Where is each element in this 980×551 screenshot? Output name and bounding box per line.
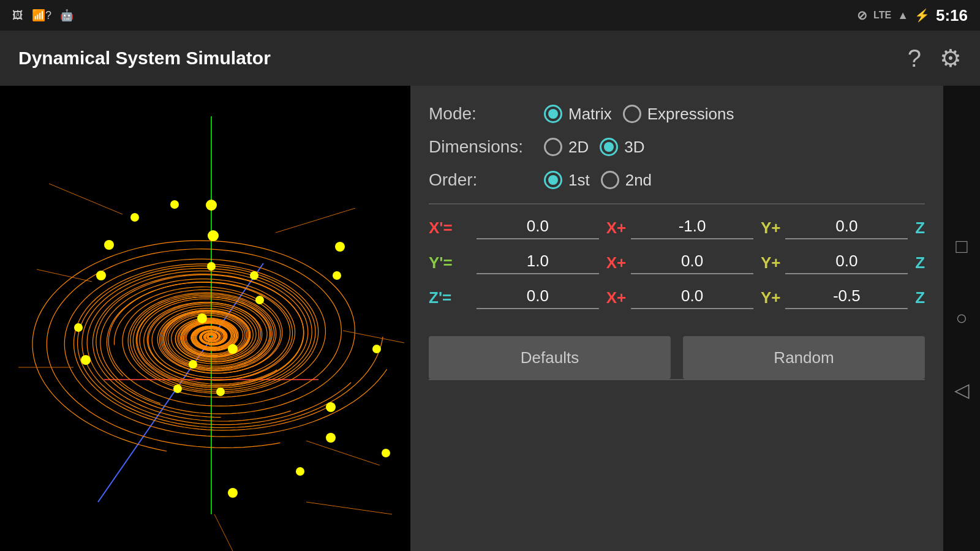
settings-icon[interactable]: ⚙ [940, 44, 962, 72]
bottom-bar [429, 379, 925, 397]
order-2nd-label: 2nd [625, 171, 652, 190]
dimension-3d-label: 3D [624, 138, 644, 157]
dimension-3d-radio[interactable] [600, 138, 618, 156]
android-icon: 🤖 [60, 9, 74, 22]
matrix-y-line-3 [785, 273, 908, 274]
android-square-button[interactable]: □ [956, 235, 967, 258]
dimension-3d-radio-inner [604, 142, 614, 152]
order-1st-label: 1st [568, 171, 590, 190]
matrix-y-val-3: 0.0 [785, 252, 908, 271]
android-back-button[interactable]: ◁ [954, 378, 970, 402]
matrix-x-val-3: 0.0 [785, 217, 908, 236]
matrix-x-axis-1: X+ [606, 219, 627, 238]
matrix-x-cell-1[interactable]: 0.0 [477, 217, 599, 239]
dimension-2d-label: 2D [568, 138, 589, 157]
order-label: Order: [429, 170, 533, 190]
order-1st-radio[interactable] [544, 171, 562, 189]
matrix-x-line-3 [785, 238, 908, 239]
mode-matrix-option[interactable]: Matrix [544, 105, 612, 124]
signal-icon: ▲ [897, 9, 908, 22]
status-bar: 🖼 📶? 🤖 ⊘ LTE ▲ ⚡ 5:16 [0, 0, 980, 31]
matrix-row-z: Z'= 0.0 X+ 0.0 Y+ -0.5 Z [429, 287, 925, 309]
dimensions-label: Dimensions: [429, 137, 533, 157]
matrix-y-label: Y'= [429, 253, 472, 272]
matrix-y-axis-2: Y+ [761, 253, 781, 272]
matrix-y-axis-3: Z [915, 253, 925, 272]
mode-matrix-label: Matrix [568, 105, 612, 124]
status-bar-right: ⊘ LTE ▲ ⚡ 5:16 [857, 6, 968, 25]
image-icon: 🖼 [12, 9, 23, 22]
mode-matrix-radio-inner [548, 109, 558, 119]
matrix-z-val-2: 0.0 [631, 287, 753, 305]
visualization-panel[interactable] [0, 86, 410, 551]
app-bar: Dynamical System Simulator ? ⚙ [0, 31, 980, 86]
matrix-y-line-2 [631, 273, 753, 274]
dimension-3d-option[interactable]: 3D [600, 138, 644, 157]
matrix-y-cell-1[interactable]: 1.0 [477, 252, 599, 274]
matrix-x-axis-3: Z [915, 219, 925, 238]
matrix-y-cell-2[interactable]: 0.0 [631, 252, 753, 274]
android-circle-button[interactable]: ○ [956, 307, 967, 329]
block-icon: ⊘ [857, 8, 867, 23]
help-icon[interactable]: ? [908, 45, 921, 72]
section-divider [429, 203, 925, 204]
control-panel: Mode: Matrix Expressions Dimensions: [410, 86, 943, 551]
matrix-z-val-1: 0.0 [477, 287, 599, 305]
matrix-x-val-1: 0.0 [477, 217, 599, 236]
mode-expressions-label: Expressions [647, 105, 734, 124]
dimension-2d-radio[interactable] [544, 138, 562, 156]
order-2nd-radio[interactable] [601, 171, 619, 189]
app-title: Dynamical System Simulator [18, 48, 271, 69]
order-2nd-option[interactable]: 2nd [601, 171, 652, 190]
order-radio-group: 1st 2nd [544, 171, 652, 190]
status-bar-left: 🖼 📶? 🤖 [12, 9, 74, 22]
matrix-y-val-1: 1.0 [477, 252, 599, 271]
android-nav: □ ○ ◁ [943, 86, 980, 551]
matrix-x-axis-2: Y+ [761, 219, 781, 238]
matrix-x-label: X'= [429, 219, 472, 238]
mode-matrix-radio[interactable] [544, 105, 562, 123]
button-row: Defaults Random [429, 336, 925, 379]
mode-expressions-option[interactable]: Expressions [623, 105, 734, 124]
order-1st-radio-inner [548, 175, 558, 185]
lte-icon: LTE [873, 10, 891, 21]
matrix-z-line-1 [477, 308, 599, 309]
matrix-z-axis-1: X+ [606, 288, 627, 307]
matrix-z-cell-3[interactable]: -0.5 [785, 287, 908, 309]
matrix-z-axis-2: Y+ [761, 288, 781, 307]
dimensions-row: Dimensions: 2D 3D [429, 137, 925, 157]
dimensions-radio-group: 2D 3D [544, 138, 645, 157]
matrix-x-line-2 [631, 238, 753, 239]
matrix-row-y: Y'= 1.0 X+ 0.0 Y+ 0.0 Z [429, 252, 925, 274]
matrix-z-label: Z'= [429, 288, 472, 307]
wifi-question-icon: 📶? [32, 9, 51, 22]
order-row: Order: 1st 2nd [429, 170, 925, 190]
battery-icon: ⚡ [914, 8, 930, 23]
matrix-y-cell-3[interactable]: 0.0 [785, 252, 908, 274]
mode-expressions-radio[interactable] [623, 105, 641, 123]
matrix-z-line-3 [785, 308, 908, 309]
matrix-y-line-1 [477, 273, 599, 274]
order-1st-option[interactable]: 1st [544, 171, 590, 190]
app-bar-icons: ? ⚙ [908, 44, 962, 72]
matrix-row-x: X'= 0.0 X+ -1.0 Y+ 0.0 Z [429, 217, 925, 239]
matrix-z-cell-2[interactable]: 0.0 [631, 287, 753, 309]
mode-row: Mode: Matrix Expressions [429, 104, 925, 124]
matrix-x-cell-2[interactable]: -1.0 [631, 217, 753, 239]
dimension-2d-option[interactable]: 2D [544, 138, 589, 157]
matrix-x-val-2: -1.0 [631, 217, 753, 236]
matrix-z-line-2 [631, 308, 753, 309]
matrix-x-line-1 [477, 238, 599, 239]
matrix-z-cell-1[interactable]: 0.0 [477, 287, 599, 309]
defaults-button[interactable]: Defaults [429, 336, 671, 379]
matrix-y-val-2: 0.0 [631, 252, 753, 271]
clock: 5:16 [936, 6, 968, 25]
main-content: Mode: Matrix Expressions Dimensions: [0, 86, 980, 551]
random-button[interactable]: Random [683, 336, 925, 379]
mode-label: Mode: [429, 104, 533, 124]
mode-radio-group: Matrix Expressions [544, 105, 734, 124]
matrix-z-axis-3: Z [915, 288, 925, 307]
matrix-x-cell-3[interactable]: 0.0 [785, 217, 908, 239]
matrix-y-axis-1: X+ [606, 253, 627, 272]
simulation-canvas[interactable] [0, 86, 410, 551]
